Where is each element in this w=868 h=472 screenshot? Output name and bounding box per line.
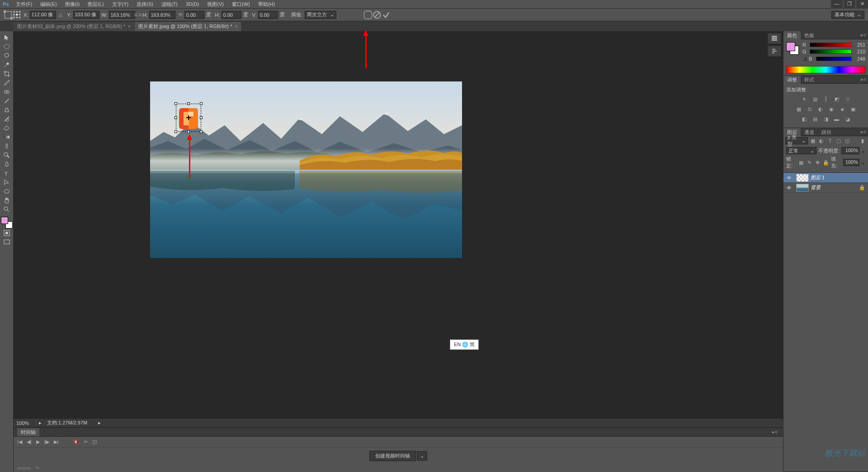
brush-tool[interactable] xyxy=(1,96,12,105)
eyedropper-tool[interactable] xyxy=(1,78,12,87)
panel-menu-icon[interactable]: ▸≡ xyxy=(859,76,868,82)
shape-tool[interactable] xyxy=(1,187,12,195)
fill-input[interactable]: 100% xyxy=(843,159,859,166)
layer-row-background[interactable]: 👁 背景 🔒 xyxy=(783,183,868,193)
menu-edit[interactable]: 编辑(E) xyxy=(36,0,61,9)
layer-name[interactable]: 背景 xyxy=(811,184,821,191)
maximize-button[interactable]: ❐ xyxy=(844,0,855,9)
invert-icon[interactable]: ◧ xyxy=(800,115,809,123)
spectrum-ramp[interactable] xyxy=(786,66,865,73)
menu-filter[interactable]: 滤镜(T) xyxy=(157,0,182,9)
transform-handle-s[interactable] xyxy=(187,130,190,133)
b-value[interactable]: 248 xyxy=(854,56,865,62)
filter-smart-icon[interactable]: ◫ xyxy=(844,138,851,144)
visibility-icon[interactable]: 👁 xyxy=(783,175,794,181)
timeline-options-icon[interactable]: ▭▭▭ xyxy=(17,465,31,471)
minimize-button[interactable]: — xyxy=(831,0,843,9)
layer-thumbnail[interactable] xyxy=(796,174,809,182)
exposure-icon[interactable]: ◩ xyxy=(832,95,841,103)
color-lookup-icon[interactable]: ▣ xyxy=(849,105,858,113)
last-frame-icon[interactable]: ▶| xyxy=(54,439,59,445)
cancel-transform-icon[interactable] xyxy=(373,10,382,19)
close-icon[interactable]: × xyxy=(235,24,237,29)
transform-handle-e[interactable] xyxy=(200,116,203,119)
next-frame-icon[interactable]: |▶ xyxy=(44,439,49,445)
reference-point-icon[interactable] xyxy=(13,10,22,19)
close-button[interactable]: ✕ xyxy=(856,0,868,9)
lasso-tool[interactable] xyxy=(1,51,12,60)
transform-bounding-box[interactable] xyxy=(176,104,201,132)
pen-tool[interactable] xyxy=(1,160,12,168)
timeline-render-icon[interactable]: ↷ xyxy=(35,465,39,471)
lock-pixels-icon[interactable]: ✎ xyxy=(807,159,813,166)
create-timeline-button[interactable]: 创建视频时间轴 xyxy=(369,451,416,461)
type-tool[interactable]: T xyxy=(1,169,12,177)
layer-row-1[interactable]: 👁 图层 1 xyxy=(783,173,868,183)
opacity-input[interactable]: 100% xyxy=(841,147,859,154)
history-panel-icon[interactable] xyxy=(768,33,781,44)
gradient-map-icon[interactable]: ▬ xyxy=(832,115,841,123)
clone-stamp-tool[interactable] xyxy=(1,105,12,114)
crop-tool[interactable] xyxy=(1,69,12,78)
menu-view[interactable]: 视图(V) xyxy=(203,0,228,9)
selective-color-icon[interactable]: ◪ xyxy=(843,115,852,123)
marquee-tool[interactable] xyxy=(1,42,12,51)
prev-frame-icon[interactable]: ◀| xyxy=(27,439,32,445)
doc-info-arrow-icon[interactable]: ▸ xyxy=(95,420,104,426)
photo-filter-icon[interactable]: ◉ xyxy=(827,105,836,113)
swatches-tab[interactable]: 色板 xyxy=(801,31,818,39)
zoom-tool[interactable] xyxy=(1,205,12,214)
transform-handle-w[interactable] xyxy=(175,116,177,119)
quick-mask-tool[interactable] xyxy=(1,229,12,237)
transform-handle-ne[interactable] xyxy=(200,102,203,105)
black-white-icon[interactable]: ◐ xyxy=(816,105,825,113)
x-input[interactable] xyxy=(30,11,56,19)
transform-center-point[interactable] xyxy=(186,115,191,120)
interpolation-dropdown[interactable]: 两次立方⌄ xyxy=(305,11,336,19)
color-balance-icon[interactable]: ⚖ xyxy=(805,105,814,113)
hand-tool[interactable] xyxy=(1,196,12,205)
document-tab-2[interactable]: 图片素材.jpeg @ 100% (图层 1, RGB/8#) *× xyxy=(135,21,241,31)
menu-image[interactable]: 图像(I) xyxy=(61,0,84,9)
y-input[interactable] xyxy=(73,11,99,19)
menu-help[interactable]: 帮助(H) xyxy=(254,0,279,9)
channel-mixer-icon[interactable]: ◈ xyxy=(838,105,847,113)
menu-3d[interactable]: 3D(D) xyxy=(182,0,203,9)
panel-menu-icon[interactable]: ▸≡ xyxy=(859,32,868,38)
paths-tab[interactable]: 路径 xyxy=(818,128,835,136)
document-tab-1[interactable]: 图片素材03_副本.png @ 200% (图层 1, RGB/8) *× xyxy=(14,21,134,31)
w-input[interactable] xyxy=(109,11,135,19)
ime-indicator[interactable]: EN 🌐 简 xyxy=(450,339,479,350)
first-frame-icon[interactable]: |◀ xyxy=(17,439,22,445)
adjustments-tab[interactable]: 调整 xyxy=(783,76,801,84)
transform-handle-sw[interactable] xyxy=(175,130,177,133)
curves-icon[interactable]: ⎮ xyxy=(821,95,830,103)
split-icon[interactable]: ✂ xyxy=(84,439,88,445)
lock-position-icon[interactable]: ✥ xyxy=(815,159,821,166)
transform-tool-icon[interactable] xyxy=(4,10,13,19)
transform-handle-se[interactable] xyxy=(200,130,203,133)
channels-tab[interactable]: 通道 xyxy=(801,128,818,136)
lock-transparency-icon[interactable]: ▦ xyxy=(798,159,804,166)
r-value[interactable]: 251 xyxy=(854,42,865,48)
rotation-input[interactable] xyxy=(184,11,204,19)
play-icon[interactable]: ▶ xyxy=(36,439,40,445)
layer-filter-type[interactable]: ρ 类型⌄ xyxy=(785,137,808,144)
hue-sat-icon[interactable]: ▦ xyxy=(794,105,803,113)
zoom-arrow-icon[interactable]: ▸ xyxy=(36,420,44,426)
warp-icon[interactable] xyxy=(363,10,373,19)
menu-file[interactable]: 文件(F) xyxy=(12,0,36,9)
dodge-tool[interactable] xyxy=(1,151,12,159)
h-input[interactable] xyxy=(149,11,175,19)
magic-wand-tool[interactable] xyxy=(1,60,12,69)
vskew-input[interactable] xyxy=(258,11,278,19)
transform-handle-n[interactable] xyxy=(187,102,190,105)
foreground-color-swatch[interactable] xyxy=(1,217,8,224)
blur-tool[interactable] xyxy=(1,142,12,150)
filter-adjust-icon[interactable]: ◐ xyxy=(818,138,825,144)
posterize-icon[interactable]: ▤ xyxy=(811,115,820,123)
zoom-level[interactable]: 100% xyxy=(14,420,36,426)
fill-stepper-icon[interactable]: ⌄ xyxy=(861,160,865,166)
lock-all-icon[interactable]: 🔒 xyxy=(823,159,829,166)
styles-tab[interactable]: 样式 xyxy=(801,76,818,84)
